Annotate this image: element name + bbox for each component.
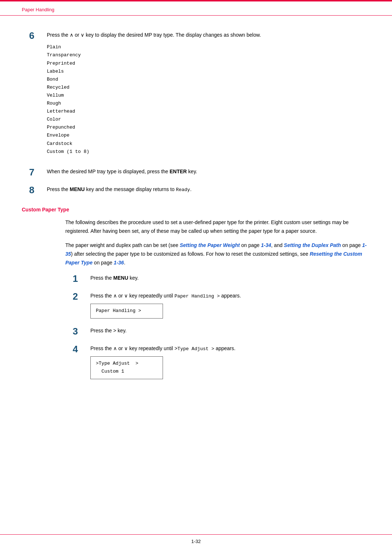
type-adjust-mono: Type Adjust >	[177, 346, 214, 352]
substep-1-body: Press the MENU key.	[85, 273, 370, 282]
link-resetting-custom-paper-type[interactable]: Resetting the Custom Paper Type	[65, 251, 362, 266]
substep-3-text: Press the > key.	[90, 327, 370, 335]
substep-3-number: 3	[65, 326, 85, 337]
substep-2-text: Press the ∧ or ∨ key repeatedly until Pa…	[90, 292, 370, 300]
footer-area: 1-32	[0, 534, 392, 544]
substep-4-text: Press the ∧ or ∨ key repeatedly until >T…	[90, 344, 370, 353]
step-6-body: Press the ∧ or ∨ key to display the desi…	[42, 30, 370, 160]
page-number: 1-32	[191, 539, 201, 544]
ready-text: Ready	[176, 187, 190, 193]
display-box-paper-handling: Paper Handling >	[90, 304, 163, 318]
step-8-text: Press the MENU key and the message displ…	[47, 185, 370, 194]
menu-key-label-1: MENU	[113, 275, 128, 281]
link-page-1-36[interactable]: 1-36	[114, 260, 124, 266]
paragraph-1: The following describes the procedure us…	[65, 218, 370, 236]
step-6-row: 6 Press the ∧ or ∨ key to display the de…	[22, 30, 370, 160]
step-6-number: 6	[22, 30, 42, 41]
substep-2-body: Press the ∧ or ∨ key repeatedly until Pa…	[85, 291, 370, 319]
header-title: Paper Handling	[22, 7, 54, 12]
paper-handling-mono: Paper Handling >	[175, 293, 220, 299]
step-8-row: 8 Press the MENU key and the message dis…	[22, 185, 370, 196]
content-area: 6 Press the ∧ or ∨ key to display the de…	[0, 16, 392, 408]
step-8-number: 8	[22, 185, 42, 196]
step-7-body: When the desired MP tray type is display…	[42, 167, 370, 175]
substep-4-body: Press the ∧ or ∨ key repeatedly until >T…	[85, 344, 370, 379]
custom-paper-type-content: The following describes the procedure us…	[65, 218, 370, 379]
link-page-1-34[interactable]: 1-34	[261, 242, 271, 248]
link-setting-duplex-path[interactable]: Setting the Duplex Path	[284, 242, 341, 248]
custom-paper-type-heading: Custom Paper Type	[22, 207, 370, 212]
step-8-body: Press the MENU key and the message displ…	[42, 185, 370, 194]
step-6-list: Plain Transparency Preprinted Labels Bon…	[47, 43, 370, 155]
substep-2-row: 2 Press the ∧ or ∨ key repeatedly until …	[65, 291, 370, 319]
link-setting-paper-weight[interactable]: Setting the Paper Weight	[180, 242, 240, 248]
substep-2-number: 2	[65, 291, 85, 302]
substep-4-row: 4 Press the ∧ or ∨ key repeatedly until …	[65, 344, 370, 379]
substep-1-text: Press the MENU key.	[90, 274, 370, 282]
display-box-type-adjust: >Type Adjust > Custom 1	[90, 356, 163, 379]
custom-paper-type-section: Custom Paper Type The following describe…	[22, 207, 370, 379]
header-section: Paper Handling	[0, 0, 392, 16]
step-7-number: 7	[22, 167, 42, 178]
menu-key-label-8: MENU	[70, 186, 85, 192]
enter-key-label: ENTER	[170, 169, 187, 174]
substep-3-body: Press the > key.	[85, 326, 370, 335]
substep-4-number: 4	[65, 344, 85, 355]
paragraph-2: The paper weight and duplex path can be …	[65, 241, 370, 267]
step-7-row: 7 When the desired MP tray type is displ…	[22, 167, 370, 178]
page-container: Paper Handling 6 Press the ∧ or ∨ key to…	[0, 0, 392, 555]
step-6-text: Press the ∧ or ∨ key to display the desi…	[47, 31, 370, 39]
substep-1-number: 1	[65, 273, 85, 284]
top-border	[0, 0, 392, 1]
step-7-text: When the desired MP tray type is display…	[47, 167, 370, 175]
substep-1-row: 1 Press the MENU key.	[65, 273, 370, 284]
substep-3-row: 3 Press the > key.	[65, 326, 370, 337]
